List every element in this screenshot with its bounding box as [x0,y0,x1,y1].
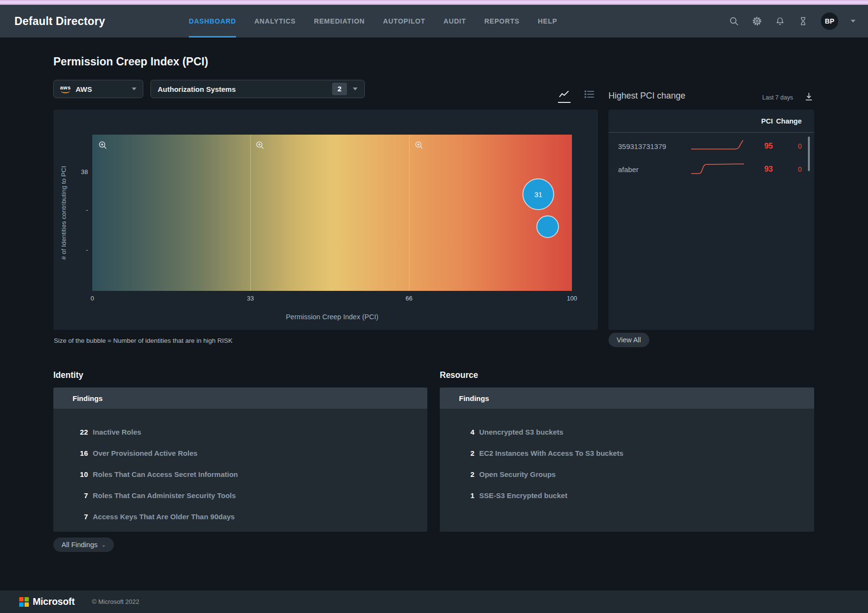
x-axis-label: Permission Creep Index (PCI) [92,313,572,321]
browser-accent-strip [0,0,868,5]
finding-row[interactable]: 22 Inactive Roles [53,421,427,442]
pci-column-header: PCI [749,117,773,125]
identity-section-title: Identity [53,370,83,380]
x-axis-tick: 100 [567,295,577,302]
pci-period-label: Last 7 days [762,94,793,101]
finding-count: 7 [66,513,88,521]
finding-label: Roles That Can Access Secret Information [93,470,238,478]
pci-table-header: PCI Change [608,110,814,133]
pci-table-row[interactable]: 359313731379 95 0 [608,137,814,156]
identity-findings-list: 22 Inactive Roles 16 Over Provisioned Ac… [53,409,427,527]
chart-view-toggles [557,89,597,102]
finding-count: 2 [452,470,474,478]
pci-gradient-plot-area: 31 [92,135,572,291]
resource-findings-header: Findings [440,388,814,409]
bubble-data-point-large[interactable]: 31 [522,178,554,210]
pci-change-value: 0 [773,165,802,173]
finding-label: Over Provisioned Active Roles [93,449,198,457]
view-all-button[interactable]: View All [608,333,649,347]
identity-findings-card: Findings 22 Inactive Roles 16 Over Provi… [53,388,427,532]
settings-gear-icon[interactable] [752,16,762,26]
resource-findings-card: Findings 4 Unencrypted S3 buckets 2 EC2 … [440,388,814,532]
resource-section-title: Resource [440,370,478,380]
pci-bubble-chart-card: # of Identities contributing to PCI 38 -… [53,110,598,330]
bubble-size-caption: Size of the bubble = Number of identitie… [54,337,233,344]
all-findings-button[interactable]: All Findings ⌄ [53,538,114,552]
user-avatar[interactable]: BP [821,13,838,30]
x-axis-tick: 66 [406,295,412,302]
chevron-down-icon: ⌄ [101,542,106,548]
avatar-chevron-down-icon[interactable] [851,20,856,23]
top-navigation-bar: Default Directory DASHBOARD ANALYTICS RE… [0,5,868,38]
list-view-icon[interactable] [582,89,597,102]
finding-row[interactable]: 1 SSE-S3 Encrypted bucket [440,485,814,506]
authorization-systems-count-badge: 2 [332,83,347,95]
cloud-provider-dropdown[interactable]: aws AWS [53,80,143,98]
all-findings-label: All Findings [62,541,98,549]
highest-pci-change-title: Highest PCI change [608,91,685,101]
identity-findings-header: Findings [53,388,427,409]
finding-label: Inactive Roles [93,428,141,436]
nav-reports[interactable]: REPORTS [484,5,520,38]
finding-label: SSE-S3 Encrypted bucket [479,491,567,500]
app-screen: Default Directory DASHBOARD ANALYTICS RE… [0,0,868,613]
footer: Microsoft © Microsoft 2022 [0,590,868,613]
finding-row[interactable]: 2 Open Security Groups [440,463,814,485]
finding-count: 22 [66,428,88,436]
nav-audit[interactable]: AUDIT [444,5,466,38]
pci-value: 93 [749,165,773,174]
zoom-in-band-mid-icon[interactable] [255,140,265,150]
zoom-in-band-low-icon[interactable] [98,140,108,150]
y-axis-tick: - [69,246,88,253]
authorization-systems-label: Authorization Systems [158,85,236,93]
header-actions: BP [729,5,856,38]
hourglass-icon[interactable] [798,16,808,26]
finding-row[interactable]: 7 Access Keys That Are Older Than 90days [53,506,427,527]
identity-name: afaber [618,165,690,174]
y-axis-label: # of Identities contributing to PCI [60,135,67,291]
finding-label: Roles That Can Administer Security Tools [93,491,236,500]
finding-row[interactable]: 4 Unencrypted S3 buckets [440,421,814,442]
download-icon[interactable] [804,91,814,102]
y-axis-tick: - [69,206,88,213]
finding-row[interactable]: 2 EC2 Instances With Access To S3 bucket… [440,442,814,463]
nav-dashboard[interactable]: DASHBOARD [189,5,236,38]
microsoft-logo-icon [19,597,29,607]
finding-count: 10 [66,470,88,478]
main-nav: DASHBOARD ANALYTICS REMEDIATION AUTOPILO… [189,5,557,38]
nav-analytics[interactable]: ANALYTICS [254,5,296,38]
gridline-66 [409,135,409,291]
nav-help[interactable]: HELP [538,5,558,38]
authorization-systems-dropdown[interactable]: Authorization Systems 2 [150,80,365,98]
finding-count: 1 [452,491,474,500]
x-axis-tick: 0 [90,295,94,302]
finding-count: 7 [66,491,88,500]
x-axis-tick: 33 [247,295,254,302]
nav-autopilot[interactable]: AUTOPILOT [383,5,425,38]
notifications-bell-icon[interactable] [775,16,785,26]
bubble-data-point-small[interactable] [536,215,559,238]
view-all-label: View All [617,336,641,344]
finding-count: 4 [452,428,474,436]
search-icon[interactable] [729,16,739,26]
finding-row[interactable]: 10 Roles That Can Access Secret Informat… [53,463,427,485]
finding-count: 2 [452,449,474,457]
directory-title: Default Directory [14,15,105,28]
finding-row[interactable]: 7 Roles That Can Administer Security Too… [53,485,427,506]
finding-row[interactable]: 16 Over Provisioned Active Roles [53,442,427,463]
aws-logo-icon: aws [60,85,71,93]
pci-table-row[interactable]: afaber 93 0 [608,160,814,179]
pci-trend-sparkline [690,139,749,153]
finding-label: EC2 Instances With Access To S3 buckets [479,449,623,457]
copyright-text: © Microsoft 2022 [92,598,139,605]
change-column-header: Change [773,117,802,125]
finding-label: Open Security Groups [479,470,556,478]
nav-remediation[interactable]: REMEDIATION [314,5,365,38]
highest-pci-change-card: PCI Change 359313731379 95 0 afaber 93 0 [608,110,814,330]
microsoft-wordmark: Microsoft [33,596,74,607]
pci-trend-sparkline [690,162,749,176]
dropdown-chevron-icon [353,88,358,90]
zoom-in-band-high-icon[interactable] [414,140,424,150]
table-scrollbar[interactable] [808,137,810,171]
line-chart-view-icon[interactable] [557,89,572,102]
